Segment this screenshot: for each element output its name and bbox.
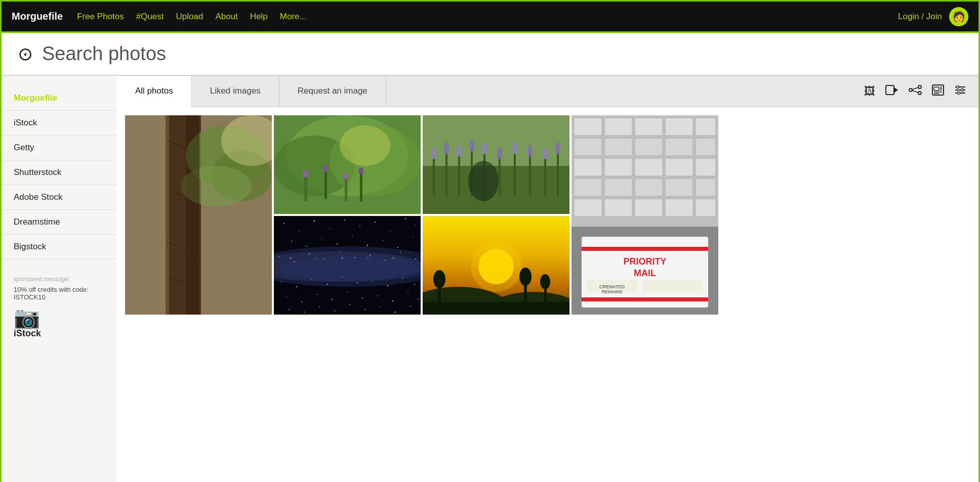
nav-upload[interactable]: Upload	[176, 12, 203, 22]
nav-right: Login / Join 🧑	[898, 7, 968, 26]
svg-point-162	[364, 309, 365, 310]
photo-item-tree[interactable]	[125, 115, 272, 315]
svg-rect-89	[696, 179, 716, 196]
svg-rect-96	[582, 247, 708, 251]
svg-line-5	[912, 87, 918, 90]
sponsored-text: 10% off credits with code: ISTOCK10	[14, 286, 105, 301]
svg-point-116	[306, 246, 307, 247]
svg-rect-91	[604, 199, 632, 216]
svg-point-155	[407, 292, 409, 293]
svg-point-141	[342, 276, 343, 277]
svg-rect-86	[604, 179, 632, 196]
svg-point-67	[468, 161, 499, 201]
istock-logo[interactable]: 📷 iStock	[14, 307, 105, 339]
svg-text:MAIL: MAIL	[634, 268, 656, 278]
svg-rect-87	[635, 179, 663, 196]
sidebar-item-shutterstock[interactable]: Shutterstock	[2, 160, 117, 185]
svg-point-154	[392, 300, 393, 301]
svg-rect-76	[604, 138, 632, 156]
svg-point-105	[283, 223, 284, 224]
svg-line-23	[168, 141, 198, 156]
svg-rect-77	[635, 138, 663, 156]
svg-point-143	[372, 280, 373, 281]
svg-point-119	[352, 236, 353, 237]
svg-rect-84	[696, 158, 716, 176]
tab-liked-images[interactable]: Liked images	[192, 76, 279, 107]
sidebar-item-istock[interactable]: iStock	[2, 111, 117, 136]
svg-rect-75	[574, 138, 602, 156]
svg-rect-49	[445, 151, 447, 196]
sidebar-item-morguefile[interactable]: Morguefile	[2, 86, 117, 111]
svg-point-148	[301, 301, 302, 302]
svg-text:PRIORITY: PRIORITY	[623, 256, 666, 267]
svg-point-127	[278, 256, 279, 257]
tab-all-photos[interactable]: All photos	[117, 76, 192, 107]
svg-point-157	[289, 309, 290, 310]
svg-point-159	[319, 306, 320, 308]
svg-point-39	[323, 165, 328, 172]
video-icon[interactable]	[885, 85, 899, 98]
svg-rect-71	[604, 118, 632, 136]
tab-request-image[interactable]: Request an image	[279, 76, 386, 107]
svg-rect-42	[360, 173, 362, 201]
svg-point-3	[918, 85, 921, 89]
svg-rect-59	[514, 151, 516, 196]
photo-item-sunset[interactable]	[423, 216, 569, 315]
svg-rect-61	[529, 153, 531, 196]
tabs-icons: 🖼	[852, 84, 978, 99]
svg-point-129	[309, 253, 310, 254]
svg-point-132	[354, 257, 355, 258]
sidebar-item-bigstock[interactable]: Bigstock	[2, 235, 117, 259]
photo-item-flowers-green[interactable]	[274, 115, 421, 214]
svg-line-25	[167, 242, 201, 257]
nav-more[interactable]: More...	[280, 12, 307, 22]
svg-point-161	[349, 304, 350, 305]
svg-point-138	[296, 286, 297, 287]
svg-point-108	[329, 228, 330, 229]
svg-point-114	[415, 225, 416, 225]
svg-point-19	[958, 92, 960, 94]
search-label[interactable]: Search photos	[42, 43, 166, 65]
svg-point-43	[358, 167, 363, 174]
avatar[interactable]: 🧑	[949, 7, 968, 26]
sidebar-item-dreamstime[interactable]: Dreamstime	[2, 210, 117, 235]
svg-point-48	[431, 147, 436, 159]
photo-item-mailbox[interactable]: PRIORITY MAIL CREMATED REMAINS	[571, 115, 718, 315]
nav-free-photos[interactable]: Free Photos	[77, 12, 124, 22]
site-logo[interactable]: Morguefile	[12, 11, 63, 22]
navbar: Morguefile Free Photos #Quest Upload Abo…	[2, 2, 978, 33]
news-icon[interactable]	[932, 84, 944, 99]
svg-line-26	[170, 277, 198, 287]
svg-point-139	[311, 279, 312, 280]
svg-marker-1	[894, 87, 898, 93]
nav-about[interactable]: About	[215, 12, 237, 22]
photo-item-galaxy[interactable]	[274, 216, 421, 315]
nav-quest[interactable]: #Quest	[136, 12, 164, 22]
svg-point-136	[415, 258, 416, 259]
filter-icon[interactable]	[954, 84, 966, 99]
svg-point-150	[332, 299, 333, 300]
photo-item-lavender[interactable]	[423, 115, 569, 214]
svg-rect-45	[423, 115, 569, 166]
sidebar-item-getty[interactable]: Getty	[2, 136, 117, 160]
sidebar-item-adobe-stock[interactable]: Adobe Stock	[2, 185, 117, 210]
nav-help[interactable]: Help	[250, 12, 268, 22]
share-icon[interactable]	[909, 85, 922, 98]
svg-rect-90	[574, 199, 602, 216]
svg-rect-94	[696, 199, 716, 216]
image-icon[interactable]: 🖼	[864, 85, 875, 98]
sponsored-label: sponsored message:	[14, 276, 105, 283]
login-join-button[interactable]: Login / Join	[898, 12, 942, 22]
svg-point-110	[359, 226, 360, 227]
svg-point-50	[444, 142, 449, 154]
svg-rect-47	[433, 156, 435, 196]
svg-text:CREMATED: CREMATED	[599, 284, 625, 289]
svg-point-142	[357, 282, 358, 283]
svg-rect-101	[642, 280, 703, 292]
svg-text:REMAINS: REMAINS	[601, 289, 622, 294]
svg-point-177	[540, 274, 550, 289]
svg-point-112	[390, 231, 391, 232]
content-area: All photos Liked images Request an image…	[117, 76, 978, 482]
svg-point-41	[343, 172, 348, 180]
nav-links: Free Photos #Quest Upload About Help Mor…	[77, 12, 898, 22]
